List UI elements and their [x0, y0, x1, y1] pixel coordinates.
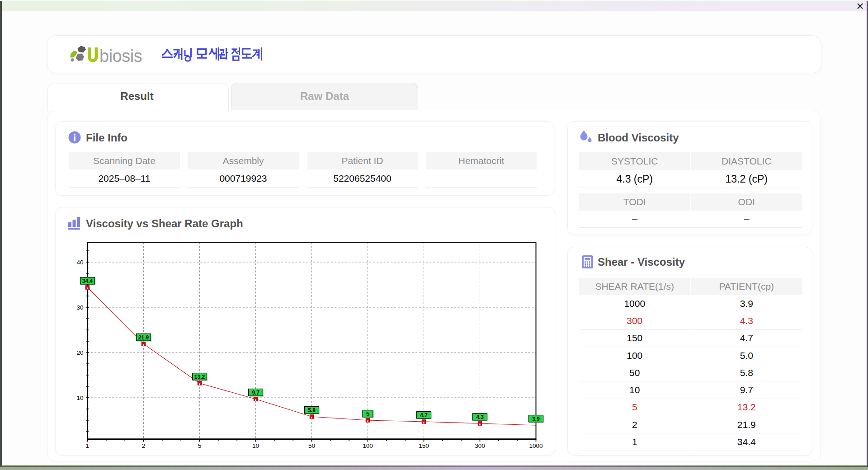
svg-text:100: 100 [363, 442, 373, 449]
svg-text:10: 10 [252, 442, 259, 449]
svg-text:1: 1 [86, 442, 90, 449]
svg-text:34.4: 34.4 [82, 278, 93, 284]
svg-text:3.9: 3.9 [532, 416, 540, 422]
svg-text:biosis: biosis [99, 47, 142, 64]
svg-text:2: 2 [142, 442, 146, 449]
svg-text:20: 20 [76, 349, 83, 356]
svg-text:50: 50 [308, 442, 315, 449]
svg-text:5: 5 [366, 411, 369, 417]
svg-text:1000: 1000 [529, 442, 542, 449]
svg-text:13.2: 13.2 [194, 374, 205, 380]
svg-text:30: 30 [76, 304, 83, 311]
svg-text:4.7: 4.7 [420, 412, 428, 418]
svg-text:40: 40 [76, 259, 83, 266]
svg-text:9.7: 9.7 [252, 390, 259, 396]
svg-text:5: 5 [198, 442, 202, 449]
svg-text:300: 300 [475, 442, 485, 449]
svg-text:10: 10 [76, 395, 83, 401]
svg-text:4.3: 4.3 [476, 414, 484, 420]
svg-text:5.8: 5.8 [308, 407, 316, 414]
svg-text:150: 150 [419, 442, 429, 449]
svg-text:21.9: 21.9 [138, 334, 149, 341]
